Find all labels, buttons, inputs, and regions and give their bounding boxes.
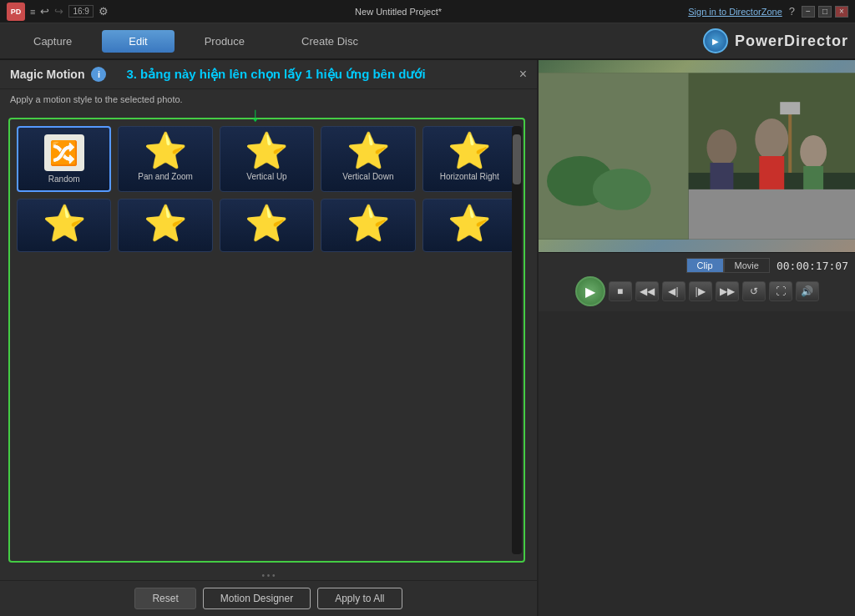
motion-grid-border: 🔀 Random ⭐ Pan and Zoom ⭐ Vertical Up ⭐ … — [8, 118, 525, 563]
step-back-button[interactable]: ◀| — [662, 281, 686, 301]
play-button[interactable]: ▶ — [575, 276, 605, 306]
right-panel: Clip Movie 00:00:17:07 ▶ ■ ◀◀ ◀| |▶ ▶▶ ↺… — [539, 60, 855, 616]
main-content: Magic Motion i 3. bảng này hiện lên chọn… — [0, 60, 855, 616]
star-vertical-up: ⭐ — [245, 134, 288, 169]
motion-grid: 🔀 Random ⭐ Pan and Zoom ⭐ Vertical Up ⭐ … — [17, 126, 517, 252]
info-button[interactable]: i — [91, 67, 106, 82]
time-bar: Clip Movie 00:00:17:07 — [545, 258, 848, 273]
window-controls: − □ × — [802, 6, 848, 18]
svg-rect-13 — [780, 102, 800, 114]
star-5: ⭐ — [43, 206, 86, 241]
settings-icon[interactable]: ⚙ — [99, 5, 109, 18]
motion-item-horizontal-right[interactable]: ⭐ Horizontal Right — [422, 126, 517, 192]
viet-ann-3: 3. bảng này hiện lên chọn lấy 1 hiệu ứng… — [126, 67, 425, 82]
timecode: 00:00:17:07 — [777, 260, 848, 272]
star-9: ⭐ — [448, 206, 491, 241]
motion-grid-container: ↓ 🔀 Random ⭐ Pan and Zoom ⭐ Vertical Up — [0, 109, 537, 571]
help-btn[interactable]: ? — [789, 5, 795, 18]
clip-tab[interactable]: Clip — [686, 258, 724, 273]
dialog-close-btn[interactable]: × — [519, 67, 527, 82]
svg-point-4 — [706, 129, 736, 166]
motion-item-7[interactable]: ⭐ — [220, 199, 314, 252]
loop-button[interactable]: ↺ — [742, 281, 766, 301]
tab-create-disc[interactable]: Create Disc — [275, 30, 385, 53]
motion-item-6[interactable]: ⭐ — [118, 199, 212, 252]
bottom-buttons: Reset Motion Designer Apply to All — [0, 580, 537, 616]
svg-rect-12 — [788, 106, 792, 173]
close-window-btn[interactable]: × — [835, 6, 848, 18]
apply-to-all-button[interactable]: Apply to All — [317, 588, 402, 609]
motion-item-8[interactable]: ⭐ — [321, 199, 415, 252]
fast-fwd-button[interactable]: ▶▶ — [716, 281, 739, 301]
volume-button[interactable]: 🔊 — [796, 281, 819, 301]
app-icon: PD — [7, 3, 25, 21]
maximize-btn[interactable]: □ — [818, 6, 832, 18]
title-bar-left: PD ≡ ↩ ↪ 16:9 ⚙ — [7, 3, 109, 21]
dialog-instruction: Apply a motion style to the selected pho… — [0, 89, 537, 109]
brand-icon: ▶ — [703, 28, 728, 53]
star-6: ⭐ — [144, 206, 187, 241]
undo-icon[interactable]: ↩ — [40, 5, 49, 18]
reset-button[interactable]: Reset — [134, 588, 195, 609]
star-8: ⭐ — [347, 206, 390, 241]
magic-motion-panel: Magic Motion i 3. bảng này hiện lên chọn… — [0, 60, 539, 616]
star-vertical-down: ⭐ — [347, 134, 390, 169]
step-fwd-button[interactable]: |▶ — [689, 281, 712, 301]
preview-video — [539, 60, 855, 252]
playback-bar: Clip Movie 00:00:17:07 ▶ ■ ◀◀ ◀| |▶ ▶▶ ↺… — [539, 252, 855, 311]
motion-item-5[interactable]: ⭐ — [17, 199, 111, 252]
grid-scroll-thumb — [513, 134, 521, 184]
title-bar-right: Sign in to DirectorZone ? − □ × — [688, 5, 848, 18]
app-title: New Untitled Project* — [355, 7, 442, 17]
minimize-btn[interactable]: − — [802, 6, 815, 18]
motion-item-9[interactable]: ⭐ — [422, 199, 517, 252]
motion-label-horizontal-right: Horizontal Right — [440, 172, 499, 181]
motion-designer-button[interactable]: Motion Designer — [203, 588, 311, 609]
svg-rect-9 — [539, 73, 689, 239]
motion-label-vertical-up: Vertical Up — [246, 172, 286, 181]
svg-point-6 — [800, 135, 827, 169]
motion-item-vertical-down[interactable]: ⭐ Vertical Down — [321, 126, 415, 192]
star-pan-zoom: ⭐ — [144, 134, 187, 169]
tab-capture[interactable]: Capture — [7, 30, 99, 53]
motion-item-vertical-up[interactable]: ⭐ Vertical Up — [220, 126, 314, 192]
movie-tab[interactable]: Movie — [724, 258, 770, 273]
tab-edit[interactable]: Edit — [102, 30, 174, 53]
nav-tabs: Capture Edit Produce Create Disc — [7, 30, 703, 53]
system-menu-icon[interactable]: ≡ — [30, 7, 35, 17]
aspect-ratio[interactable]: 16:9 — [68, 5, 93, 18]
star-7: ⭐ — [245, 206, 288, 241]
star-horizontal-right: ⭐ — [448, 134, 491, 169]
brand-name: PowerDirector — [735, 33, 848, 50]
nav-bar: Capture Edit Produce Create Disc ▶ Power… — [0, 23, 855, 60]
title-bar: PD ≡ ↩ ↪ 16:9 ⚙ New Untitled Project* Si… — [0, 0, 855, 23]
dialog-header: Magic Motion i 3. bảng này hiện lên chọn… — [0, 60, 537, 89]
stop-button[interactable]: ■ — [609, 281, 632, 301]
svg-point-2 — [755, 119, 788, 160]
sign-in-link[interactable]: Sign in to DirectorZone — [688, 7, 782, 17]
playback-controls: ▶ ■ ◀◀ ◀| |▶ ▶▶ ↺ ⛶ 🔊 — [545, 276, 848, 306]
random-icon: 🔀 — [44, 134, 84, 171]
dots-separator: • • • — [0, 571, 537, 580]
svg-rect-8 — [689, 189, 855, 240]
motion-label-random: Random — [48, 174, 80, 184]
clip-movie-tabs: Clip Movie — [686, 258, 770, 273]
brand: ▶ PowerDirector — [703, 28, 848, 53]
tab-produce[interactable]: Produce — [178, 30, 271, 53]
dialog-title: Magic Motion — [10, 68, 84, 81]
motion-label-vertical-down: Vertical Down — [342, 172, 393, 181]
motion-item-random[interactable]: 🔀 Random — [17, 126, 111, 192]
ann3-text: 3. bảng này hiện lên chọn lấy 1 hiệu ứng… — [126, 67, 425, 82]
fullscreen-button[interactable]: ⛶ — [769, 281, 792, 301]
svg-point-11 — [593, 169, 651, 210]
grid-scrollbar[interactable] — [512, 126, 522, 554]
motion-item-pan-zoom[interactable]: ⭐ Pan and Zoom — [118, 126, 212, 192]
rewind-button[interactable]: ◀◀ — [635, 281, 659, 301]
motion-label-pan-zoom: Pan and Zoom — [138, 172, 193, 181]
redo-icon[interactable]: ↪ — [54, 5, 63, 18]
preview-area — [539, 60, 855, 252]
